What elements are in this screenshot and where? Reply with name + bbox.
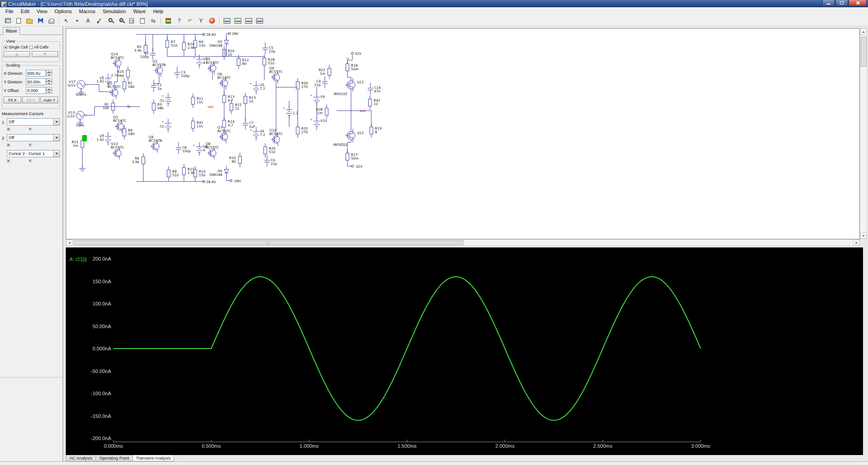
undo-button[interactable]: ↶ xyxy=(185,16,195,25)
component-v17[interactable]: V170/1V600ns xyxy=(68,80,88,97)
menu-file[interactable]: File xyxy=(2,8,17,15)
scroll-down-button[interactable] xyxy=(860,232,867,239)
component-r9[interactable]: R9150 xyxy=(194,37,205,51)
next-cell-button[interactable]: ▽ xyxy=(32,51,58,57)
component-d6[interactable]: D61N4148 xyxy=(209,166,229,177)
wave-panel-tab[interactable]: Wave xyxy=(3,27,20,35)
component-c14[interactable]: C1447n xyxy=(368,82,381,94)
menu-macros[interactable]: Macros xyxy=(75,8,99,15)
component-d5[interactable]: D51N4148 xyxy=(209,37,229,48)
probe-tool-button[interactable] xyxy=(163,16,173,25)
component-28-4v[interactable]: 28.4V xyxy=(203,33,216,37)
x-division-spinner[interactable] xyxy=(46,70,52,77)
auto-y-button[interactable]: Auto Y xyxy=(40,97,58,103)
scroll-up-button[interactable] xyxy=(860,29,867,35)
component-r19[interactable]: R198 xyxy=(370,123,381,138)
spinner-up-icon[interactable] xyxy=(46,78,52,82)
y-division-input[interactable]: 50.00n xyxy=(26,78,46,85)
component-q6[interactable]: Q6BC547C xyxy=(217,72,231,90)
tab-operating-point[interactable]: Operating Point xyxy=(96,455,133,461)
component-fb[interactable]: fb xyxy=(127,105,131,109)
open-file-button[interactable] xyxy=(24,16,34,25)
component-28v[interactable]: 28V xyxy=(229,32,239,36)
prev-cell-button[interactable]: △ xyxy=(4,51,30,57)
component-v6[interactable]: +V67.2 xyxy=(249,127,265,140)
component-r31[interactable]: R31270 xyxy=(296,123,308,138)
component-q13[interactable]: Q13BC557C xyxy=(111,142,124,160)
component-bat[interactable]: +1.2 xyxy=(283,105,298,119)
new-file-button[interactable] xyxy=(14,16,24,25)
component-c7[interactable]: C71uF xyxy=(243,118,255,130)
component-r25[interactable]: R252.7meg xyxy=(111,67,130,81)
menu-view[interactable]: View xyxy=(33,8,51,15)
stop-simulation-button[interactable] xyxy=(207,16,217,25)
component-r15[interactable]: R1522 xyxy=(230,100,242,114)
component-c6[interactable]: C622p xyxy=(264,155,277,167)
component-28v[interactable]: -28V xyxy=(230,179,242,183)
component-r41[interactable]: R4111k xyxy=(191,117,203,132)
waveform-canvas[interactable]: 200.0nA150.0nA100.0nA50.00nA0.000nA-50.0… xyxy=(66,247,863,455)
component-c3[interactable]: C3100p xyxy=(175,67,190,79)
schematic-canvas[interactable]: 28.4V28VD51N4148R7510R242.9kR9150R53.9kC… xyxy=(66,29,859,239)
text-tool-button[interactable]: A xyxy=(83,16,93,25)
component-q12[interactable]: Q12IRF9Z02 xyxy=(333,129,364,147)
y-division-spinner[interactable] xyxy=(46,78,52,85)
radio-all-cells[interactable]: All Cells xyxy=(29,45,49,49)
sheet-view-button[interactable] xyxy=(137,16,147,25)
fit-y-button[interactable]: Fit Y xyxy=(22,97,40,103)
browse-parts-button[interactable] xyxy=(3,16,13,25)
fit-x-button[interactable]: Fit X xyxy=(4,97,21,103)
component-q2[interactable]: Q2BC547C xyxy=(113,115,127,133)
component-c5[interactable]: C522p xyxy=(263,43,275,54)
component-q14[interactable]: Q14BC547C xyxy=(111,52,124,70)
component-r28[interactable]: R281m xyxy=(316,104,328,119)
close-button[interactable] xyxy=(848,0,867,6)
component-r21[interactable]: R211m xyxy=(72,137,84,151)
menu-options[interactable]: Options xyxy=(51,8,75,15)
cursor-2-select[interactable]: Off xyxy=(7,134,60,141)
component-q10[interactable]: Q10BC547C xyxy=(269,128,283,146)
component-q4[interactable]: Q4BC547B xyxy=(149,135,162,153)
component-32v[interactable]: 32V xyxy=(351,52,362,56)
component-c2[interactable]: C2100p xyxy=(140,48,156,60)
minimize-button[interactable] xyxy=(822,0,835,6)
selection-highlight[interactable] xyxy=(83,135,87,141)
component-r17[interactable]: R1750m xyxy=(346,150,359,164)
component-bat[interactable]: +.72 xyxy=(159,119,171,132)
x-division-input[interactable]: 500.0u xyxy=(26,70,46,77)
component-r6[interactable]: R63.9k xyxy=(132,153,145,168)
spinner-down-icon[interactable] xyxy=(46,82,52,85)
component-r12[interactable]: R1280 xyxy=(237,55,249,69)
component-r18[interactable]: R1850m xyxy=(346,60,359,75)
component-u[interactable]: u xyxy=(346,56,349,60)
component-c1[interactable]: C12p xyxy=(151,80,162,92)
save-file-button[interactable] xyxy=(35,16,45,25)
component-r16[interactable]: R1680 xyxy=(229,153,241,167)
arrow-tool-button[interactable]: ↖ xyxy=(61,16,71,25)
component-r23[interactable]: R2310 xyxy=(244,92,256,107)
component-r42[interactable]: R4210 xyxy=(368,95,380,110)
digital-scope-button[interactable] xyxy=(254,16,264,25)
component-q11[interactable]: Q11IRF0105 xyxy=(333,78,364,97)
component-v9[interactable]: +V9 xyxy=(310,92,325,106)
component-r27[interactable]: R272.9k xyxy=(182,164,195,179)
cursor-1-select[interactable]: Off xyxy=(7,118,60,126)
component-v5[interactable]: +V57.2 xyxy=(249,81,265,95)
component-gnd[interactable] xyxy=(79,165,86,171)
ac-analysis-scope-button[interactable] xyxy=(233,16,243,25)
component-v2[interactable]: +V21.92 xyxy=(97,132,112,145)
add-part-tool-button[interactable]: + xyxy=(72,16,82,25)
horizontal-scroll-thumb[interactable] xyxy=(73,240,463,245)
component-r2[interactable]: R2180 xyxy=(123,78,135,93)
tab-ac-analysis[interactable]: AC Analysis xyxy=(66,455,96,461)
component-r4[interactable]: R4180 xyxy=(123,125,135,140)
schematic-vertical-scrollbar[interactable] xyxy=(860,28,867,239)
spinner-up-icon[interactable] xyxy=(46,70,52,73)
vertical-scroll-thumb[interactable] xyxy=(861,37,867,67)
component-r24[interactable]: R242.9k xyxy=(182,39,195,53)
component-q3[interactable]: Q3BC557B xyxy=(152,59,166,77)
y-offset-input[interactable]: 0.000 xyxy=(26,87,46,94)
zoom-tool-button[interactable] xyxy=(105,16,115,25)
component-r11[interactable]: R1111k xyxy=(191,93,203,108)
fit-to-page-button[interactable] xyxy=(127,16,137,25)
